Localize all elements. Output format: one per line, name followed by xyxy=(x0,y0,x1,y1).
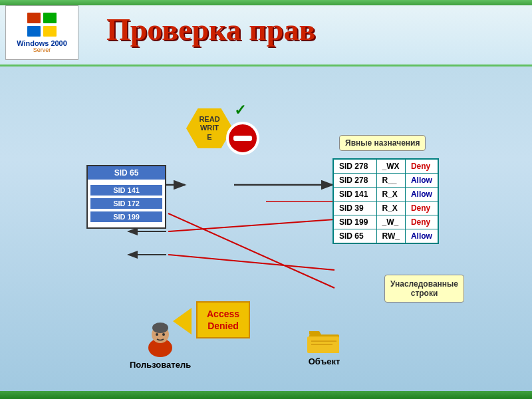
folder-icon xyxy=(306,325,342,354)
svg-point-19 xyxy=(162,333,165,336)
sid-cell: SID 141 xyxy=(333,188,376,201)
action-cell: Deny xyxy=(405,159,438,174)
perm-cell: R__ xyxy=(376,174,405,188)
user-figure: Пользователь xyxy=(130,321,191,370)
table-row: SID 278 _WX Deny xyxy=(333,159,438,174)
table-row: SID 141 R_X Allow xyxy=(333,188,438,201)
action-cell: Allow xyxy=(405,188,438,201)
perm-cell: R_X xyxy=(376,201,405,215)
access-denied-box: Access Denied xyxy=(196,301,250,338)
action-cell: Allow xyxy=(405,174,438,188)
no-entry-bar xyxy=(233,136,252,141)
sid-cell: SID 65 xyxy=(333,229,376,244)
access-denied-line1: Access xyxy=(207,309,239,319)
header: Microsoft Windows 2000 Server Проверка п… xyxy=(0,0,532,66)
hexagon-shape: READWRITE xyxy=(186,108,233,148)
table-row: SID 39 R_X Deny xyxy=(333,201,438,215)
svg-point-17 xyxy=(152,323,168,333)
arrows-svg xyxy=(0,68,532,399)
svg-rect-0 xyxy=(27,13,41,23)
no-entry-sign xyxy=(226,122,259,155)
page-title: Проверка прав xyxy=(106,12,315,47)
svg-line-8 xyxy=(168,255,334,270)
user-icon xyxy=(144,321,177,358)
svg-line-7 xyxy=(168,219,334,231)
perm-cell: R_X xyxy=(376,188,405,201)
user-group-body: SID 141 SID 172 SID 199 xyxy=(88,180,165,227)
svg-rect-1 xyxy=(43,13,57,23)
user-group-header: SID 65 xyxy=(88,166,165,180)
content-area: READWRITE ✓ SID 65 SID 141 SID 172 SID 1… xyxy=(0,68,532,399)
svg-rect-2 xyxy=(27,26,41,37)
user-sid-172: SID 172 xyxy=(90,198,162,209)
svg-rect-3 xyxy=(43,26,57,37)
acl-container: Явные назначения SID 278 _WX Deny SID 27… xyxy=(332,158,439,244)
top-bar xyxy=(0,0,532,5)
user-label: Пользователь xyxy=(130,360,191,370)
svg-line-9 xyxy=(168,213,334,288)
explicit-label: Явные назначения xyxy=(339,135,426,151)
perm-cell: RW_ xyxy=(376,229,405,244)
table-row: SID 65 RW_ Allow xyxy=(333,229,438,244)
windows-version-text: Windows 2000 Server xyxy=(17,39,67,54)
sid-cell: SID 278 xyxy=(333,159,376,174)
action-cell: Allow xyxy=(405,229,438,244)
read-write-hexagon: READWRITE ✓ xyxy=(186,108,233,148)
sid-cell: SID 39 xyxy=(333,201,376,215)
table-row: SID 278 R__ Allow xyxy=(333,174,438,188)
svg-point-18 xyxy=(156,333,158,336)
bottom-bar xyxy=(0,391,532,399)
acl-table: SID 278 _WX Deny SID 278 R__ Allow SID 1… xyxy=(332,158,439,244)
table-row: SID 199 _W_ Deny xyxy=(333,215,438,229)
windows-logo-icon: Microsoft xyxy=(26,11,58,38)
action-cell: Deny xyxy=(405,215,438,229)
user-sid-141: SID 141 xyxy=(90,185,162,196)
windows-logo: Microsoft Windows 2000 Server xyxy=(5,5,78,60)
perm-cell: _W_ xyxy=(376,215,405,229)
sid-cell: SID 199 xyxy=(333,215,376,229)
checkmark-icon: ✓ xyxy=(234,102,246,119)
user-group-box: SID 65 SID 141 SID 172 SID 199 xyxy=(86,165,166,229)
sid-cell: SID 278 xyxy=(333,174,376,188)
access-denied-line2: Denied xyxy=(207,321,239,331)
svg-text:Microsoft: Microsoft xyxy=(35,11,49,12)
inherited-label: Унаследованныестроки xyxy=(384,275,464,303)
perm-cell: _WX xyxy=(376,159,405,174)
object-figure: Объект xyxy=(306,325,342,366)
action-cell: Deny xyxy=(405,201,438,215)
user-sid-199: SID 199 xyxy=(90,211,162,222)
object-label: Объект xyxy=(309,356,340,366)
